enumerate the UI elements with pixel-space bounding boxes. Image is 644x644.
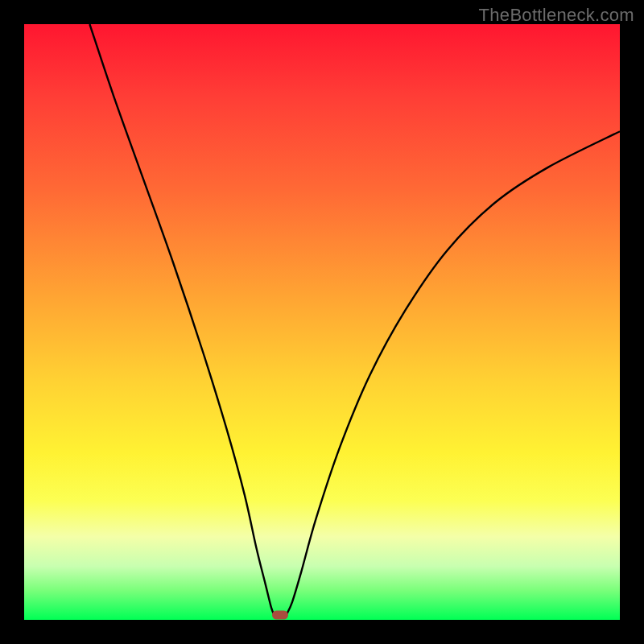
bottleneck-curve (89, 24, 620, 615)
watermark-text: TheBottleneck.com (479, 5, 634, 26)
chart-frame: TheBottleneck.com (0, 0, 644, 644)
minimum-marker (272, 611, 288, 620)
plot-area (24, 24, 620, 620)
curve-layer (24, 24, 620, 620)
